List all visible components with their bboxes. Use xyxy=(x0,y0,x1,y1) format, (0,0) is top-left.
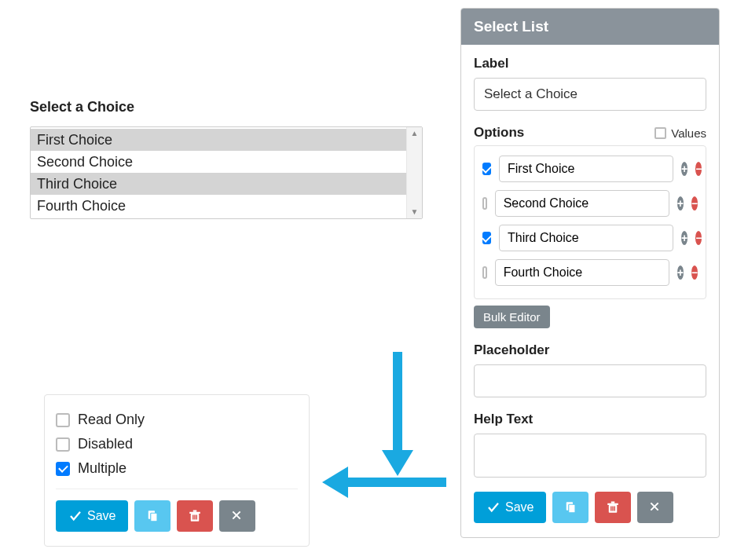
select-scrollbar[interactable]: ▲ ▼ xyxy=(406,127,422,218)
select-option[interactable]: Second Choice xyxy=(31,151,406,173)
svg-rect-11 xyxy=(569,504,575,513)
option-label-input[interactable] xyxy=(499,225,673,251)
copy-icon xyxy=(145,509,160,523)
save-button[interactable]: Save xyxy=(56,500,128,532)
svg-rect-4 xyxy=(193,511,197,512)
trash-icon xyxy=(606,500,620,514)
option-default-checkbox[interactable] xyxy=(482,163,491,175)
attribute-row-disabled: Disabled xyxy=(56,432,298,456)
plus-icon: + xyxy=(681,163,688,174)
label-heading: Label xyxy=(474,56,706,71)
svg-rect-3 xyxy=(190,512,201,514)
plus-icon: + xyxy=(681,232,688,243)
attribute-row-readonly: Read Only xyxy=(56,408,298,432)
option-add-button[interactable]: + xyxy=(681,231,688,245)
copy-icon xyxy=(563,500,578,514)
option-row: + − xyxy=(482,225,698,251)
readonly-label: Read Only xyxy=(78,412,145,428)
scroll-up-icon[interactable]: ▲ xyxy=(411,130,419,137)
label-input[interactable] xyxy=(474,78,706,111)
option-row: + − xyxy=(482,156,698,182)
save-button[interactable]: Save xyxy=(474,492,546,523)
option-default-checkbox[interactable] xyxy=(482,232,491,244)
close-icon xyxy=(230,509,244,523)
plus-icon: + xyxy=(677,198,684,209)
select-option[interactable]: Fourth Choice xyxy=(31,195,406,217)
option-label-input[interactable] xyxy=(499,156,673,182)
multiple-checkbox[interactable] xyxy=(56,462,70,476)
annotation-arrow-left-icon xyxy=(321,467,446,498)
option-label-input[interactable] xyxy=(495,190,669,217)
delete-button[interactable] xyxy=(595,492,631,523)
options-section: Options Values + − + − xyxy=(474,125,706,328)
annotation-arrow-down-icon xyxy=(382,352,413,478)
helptext-heading: Help Text xyxy=(474,412,706,427)
preview-field-label: Select a Choice xyxy=(30,99,423,115)
helptext-input[interactable] xyxy=(474,434,706,478)
placeholder-heading: Placeholder xyxy=(474,342,706,358)
placeholder-input[interactable] xyxy=(474,364,706,397)
copy-button[interactable] xyxy=(134,500,170,532)
disabled-label: Disabled xyxy=(78,436,133,452)
option-default-checkbox[interactable] xyxy=(482,266,487,279)
scroll-down-icon[interactable]: ▼ xyxy=(411,208,419,216)
select-option[interactable]: Third Choice xyxy=(31,173,406,195)
delete-button[interactable] xyxy=(177,500,213,532)
svg-rect-14 xyxy=(611,502,615,503)
svg-rect-13 xyxy=(608,503,619,505)
panel-body: Label Options Values + − xyxy=(461,45,719,537)
panel-title: Select List xyxy=(461,9,719,45)
svg-rect-17 xyxy=(614,507,616,511)
bulk-editor-button[interactable]: Bulk Editor xyxy=(474,306,550,328)
option-remove-button[interactable]: − xyxy=(695,231,702,245)
option-add-button[interactable]: + xyxy=(681,162,688,176)
save-button-label: Save xyxy=(87,509,116,523)
multiple-label: Multiple xyxy=(78,460,126,477)
helptext-section: Help Text xyxy=(474,412,706,478)
option-remove-button[interactable]: − xyxy=(691,196,698,210)
label-section: Label xyxy=(474,56,706,111)
minus-icon: − xyxy=(691,198,698,209)
option-row: + − xyxy=(482,190,698,217)
readonly-checkbox[interactable] xyxy=(56,413,70,427)
svg-rect-15 xyxy=(610,507,612,511)
svg-rect-16 xyxy=(613,507,614,511)
option-remove-button[interactable]: − xyxy=(695,162,702,176)
option-add-button[interactable]: + xyxy=(677,265,684,280)
values-label: Values xyxy=(671,126,706,140)
option-add-button[interactable]: + xyxy=(677,196,684,210)
divider xyxy=(56,489,298,489)
preview-area: Select a Choice First Choice Second Choi… xyxy=(30,99,423,219)
panel-pointer-icon xyxy=(460,174,461,192)
svg-marker-23 xyxy=(322,467,348,498)
select-listbox[interactable]: First Choice Second Choice Third Choice … xyxy=(30,126,423,219)
option-label-input[interactable] xyxy=(495,259,669,286)
select-option[interactable]: First Choice xyxy=(31,129,406,151)
minus-icon: − xyxy=(691,267,698,278)
minus-icon: − xyxy=(695,163,702,174)
values-toggle[interactable]: Values xyxy=(654,126,706,140)
svg-rect-1 xyxy=(151,513,157,522)
close-button[interactable] xyxy=(219,500,255,532)
svg-rect-7 xyxy=(196,515,198,520)
config-panel: Select List Label Options Values + − xyxy=(460,8,720,538)
trash-icon xyxy=(188,509,202,523)
options-heading: Options xyxy=(474,125,524,141)
option-remove-button[interactable]: − xyxy=(691,265,698,280)
panel-button-row: Save xyxy=(474,492,706,523)
option-default-checkbox[interactable] xyxy=(482,197,487,210)
check-icon xyxy=(486,500,500,514)
values-checkbox[interactable] xyxy=(654,127,666,139)
check-icon xyxy=(68,509,82,523)
close-button[interactable] xyxy=(637,492,673,523)
select-options: First Choice Second Choice Third Choice … xyxy=(31,127,406,218)
card-button-row: Save xyxy=(56,500,298,532)
copy-button[interactable] xyxy=(552,492,588,523)
disabled-checkbox[interactable] xyxy=(56,437,70,452)
placeholder-section: Placeholder xyxy=(474,342,706,397)
plus-icon: + xyxy=(677,267,684,278)
minus-icon: − xyxy=(695,232,702,243)
close-icon xyxy=(648,500,662,514)
svg-rect-6 xyxy=(195,515,196,520)
save-button-label: Save xyxy=(505,500,534,514)
